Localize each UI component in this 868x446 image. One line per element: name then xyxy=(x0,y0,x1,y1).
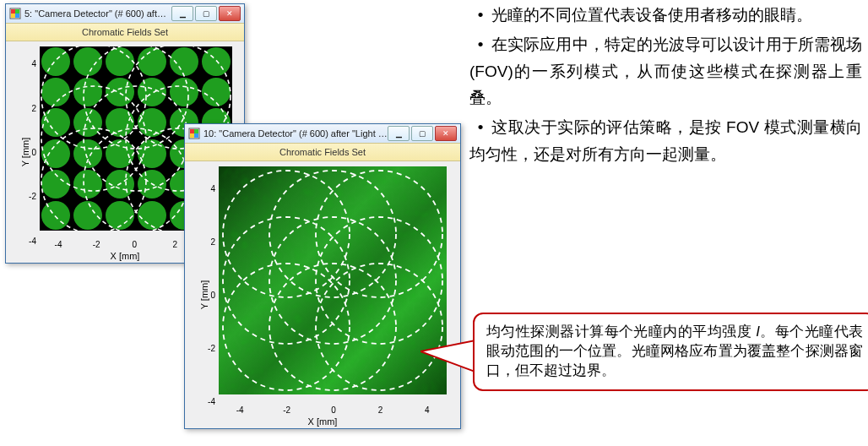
svg-rect-55 xyxy=(194,133,198,138)
y-tick: 4 xyxy=(31,59,36,68)
y-tick: 2 xyxy=(31,103,36,112)
svg-rect-3 xyxy=(11,14,15,18)
svg-point-13 xyxy=(73,78,102,106)
y-axis: Y [mm] 4 2 0 -2 -4 xyxy=(185,161,217,428)
svg-point-17 xyxy=(202,78,231,106)
svg-rect-1 xyxy=(11,9,15,14)
svg-point-7 xyxy=(73,47,102,76)
window-title: 5: "Camera Detector" (# 600) after "Ligh… xyxy=(24,8,171,19)
svg-rect-2 xyxy=(15,9,19,14)
x-tick: -4 xyxy=(55,240,62,249)
svg-point-14 xyxy=(106,78,134,106)
titlebar-1[interactable]: 5: "Camera Detector" (# 600) after "Ligh… xyxy=(6,4,244,23)
plot-title: Chromatic Fields Set xyxy=(185,143,460,161)
bullet-2: 在实际应用中，特定的光波导可以设计用于所需视场(FOV)的一系列模式，从而使这些… xyxy=(469,35,862,106)
y-tick: 4 xyxy=(210,183,215,193)
bullet-icon: • xyxy=(469,2,491,28)
callout-text-a: 均匀性探测器计算每个光瞳内的平均强度 xyxy=(486,324,751,340)
svg-point-6 xyxy=(41,47,70,76)
plot-area-2[interactable]: Y [mm] 4 2 0 -2 -4 -4 -2 0 2 4 xyxy=(185,161,460,428)
svg-point-15 xyxy=(138,78,166,106)
svg-point-24 xyxy=(41,139,70,168)
bullet-1: 光瞳的不同位置代表设备使用者移动的眼睛。 xyxy=(491,6,812,24)
maximize-button[interactable]: ▢ xyxy=(411,126,433,141)
x-tick: 0 xyxy=(331,405,336,415)
bullet-icon: • xyxy=(469,114,491,140)
app-icon xyxy=(188,128,200,139)
close-button[interactable]: ✕ xyxy=(435,126,457,141)
plot-title: Chromatic Fields Set xyxy=(6,23,244,41)
minimize-button[interactable]: ▁ xyxy=(171,6,193,21)
callout-box: 均匀性探测器计算每个光瞳内的平均强度 I。每个光瞳代表眼动范围的一个位置。光瞳网… xyxy=(473,313,868,391)
app-icon xyxy=(9,8,21,19)
bullet-icon: • xyxy=(469,31,491,57)
svg-point-21 xyxy=(138,108,166,137)
svg-point-36 xyxy=(41,201,70,230)
window-title: 10: "Camera Detector" (# 600) after "Lig… xyxy=(203,128,388,139)
y-axis: Y [mm] 4 2 0 -2 -4 xyxy=(6,41,38,263)
svg-point-12 xyxy=(41,78,70,106)
callout-var-I: I xyxy=(751,324,760,340)
window-buttons: ▁ ▢ ✕ xyxy=(171,6,241,21)
x-axis: -4 -2 0 2 4 X [mm] xyxy=(185,401,460,428)
x-tick: 2 xyxy=(172,240,177,249)
svg-point-20 xyxy=(106,108,134,137)
panel-window-2: 10: "Camera Detector" (# 600) after "Lig… xyxy=(184,123,461,429)
bullet-3: 这取决于实际的评估策略，是按 FOV 模式测量横向均匀性，还是对所有方向一起测量… xyxy=(469,118,862,162)
x-tick: -2 xyxy=(283,405,290,415)
svg-rect-56 xyxy=(219,166,447,394)
description-text: •光瞳的不同位置代表设备使用者移动的眼睛。 •在实际应用中，特定的光波导可以设计… xyxy=(469,2,862,171)
x-tick: 0 xyxy=(132,240,137,249)
y-tick: -2 xyxy=(29,192,36,201)
y-axis-label: Y [mm] xyxy=(20,138,30,167)
plot-canvas-2 xyxy=(219,166,447,394)
y-tick: 0 xyxy=(210,291,215,300)
svg-point-16 xyxy=(170,78,198,106)
svg-rect-52 xyxy=(190,129,194,133)
x-tick: -2 xyxy=(93,240,100,249)
svg-rect-4 xyxy=(15,14,19,18)
x-tick: -4 xyxy=(236,405,244,415)
y-tick: 2 xyxy=(210,237,215,246)
close-button[interactable]: ✕ xyxy=(219,6,241,21)
svg-rect-54 xyxy=(190,133,194,138)
window-buttons: ▁ ▢ ✕ xyxy=(388,126,457,141)
svg-point-10 xyxy=(170,47,198,76)
y-axis-label: Y [mm] xyxy=(199,280,209,310)
x-tick: 4 xyxy=(425,405,430,415)
maximize-button[interactable]: ▢ xyxy=(195,6,217,21)
titlebar-2[interactable]: 10: "Camera Detector" (# 600) after "Lig… xyxy=(185,124,460,143)
minimize-button[interactable]: ▁ xyxy=(388,126,410,141)
svg-rect-53 xyxy=(194,129,198,133)
svg-point-37 xyxy=(73,201,102,230)
y-tick: -2 xyxy=(208,344,215,353)
y-tick: 0 xyxy=(31,148,36,157)
x-tick: 2 xyxy=(378,405,383,415)
svg-point-25 xyxy=(73,139,102,168)
x-axis-label: X [mm] xyxy=(308,416,338,427)
x-axis-label: X [mm] xyxy=(111,251,140,261)
svg-point-26 xyxy=(106,139,134,168)
